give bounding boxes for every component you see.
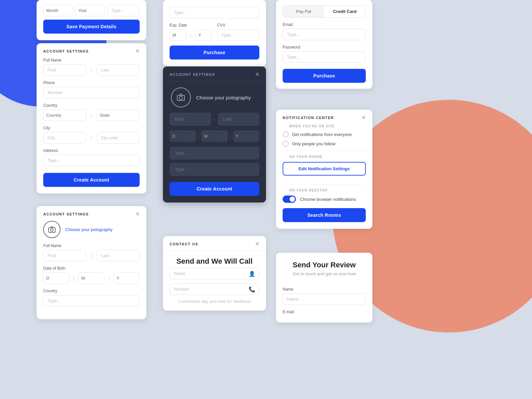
last-name-input-2[interactable] [97,250,140,261]
chrome-toggle[interactable] [283,196,296,203]
cvv-input[interactable] [217,29,259,41]
create-account-dark-button[interactable]: Create Account [170,182,259,196]
photo-label-dark: Choose your potography [196,95,251,100]
day-select-2[interactable]: D [43,272,69,284]
exp-date-label: Exp. Date [170,23,212,28]
photo-picker-2[interactable]: Choose your potography [37,221,146,238]
first-name-input[interactable] [43,64,86,76]
card-type-input[interactable] [107,5,140,16]
account-settings-dark-close[interactable]: ✕ [255,72,259,77]
contact-number-input[interactable] [170,283,259,295]
account-settings-white-card: ACCOUNT SETTINGS ✕ Full Name | Phone Cou… [37,43,146,194]
photo-picker-dark[interactable]: Choose your potography [163,81,266,113]
country-type-input[interactable] [43,295,140,307]
purchase-button-right[interactable]: Purchase [283,69,366,83]
review-name-label: Name [283,287,366,292]
svg-point-1 [51,229,53,231]
contact-name-input[interactable] [170,268,259,279]
notification-center-card: NOTIFICATION CENTER ✕ WHEN YOU'RE ON SIT… [276,110,372,229]
city-label: City [43,126,140,130]
radio-follow[interactable]: Only people you follow [283,141,366,147]
radio-circle-1 [283,131,289,137]
review-email-label: E-mail [283,310,366,314]
on-desktop-label: ON YOUR DESCTOP [283,189,366,192]
dark-day-select[interactable]: D [170,130,196,142]
account-settings-white2-card: ACCOUNT SETTINGS ✕ Choose your potograph… [37,206,146,319]
name-sep-2: | [91,250,92,261]
dark-last-name[interactable] [218,113,259,126]
exp-year-select[interactable]: Y [195,29,212,41]
state-select[interactable]: State [97,109,140,121]
account-settings-title: ACCOUNT SETTINGS [43,49,89,53]
contact-heading: Send and We Will Call [170,257,259,266]
account-settings-close[interactable]: ✕ [135,49,140,54]
create-account-button-1[interactable]: Create Account [43,173,140,187]
radio-circle-2 [283,141,289,147]
paypal-tab[interactable]: Pay Pal [283,6,324,17]
zip-input[interactable] [97,132,140,144]
city-input[interactable] [43,132,86,144]
dark-month-select[interactable]: M [201,130,227,142]
on-phone-label: ON YOUR PHONE [283,155,366,159]
last-name-input[interactable] [97,64,140,76]
first-name-input-2[interactable] [43,250,86,261]
country-label-2: Country [43,289,140,293]
radio-label-2: Only people you follow [292,141,335,146]
account-settings2-close[interactable]: ✕ [135,211,140,217]
dark-first-name[interactable] [170,113,211,126]
phone-icon: 📞 [249,286,255,292]
address-input[interactable] [43,155,140,166]
person-icon: 👤 [249,270,255,277]
dark-type-input-1[interactable] [170,147,259,160]
year-select-2[interactable]: Y [114,272,140,284]
payment-partial-card: Month Year Save Payment Details [37,0,146,40]
edit-notification-button[interactable]: Edit Notification Settings [283,162,366,176]
save-payment-button[interactable]: Save Payment Details [43,20,140,34]
full-name-label-2: Full Name [43,243,140,248]
contact-us-close[interactable]: ✕ [255,241,259,247]
email-label-right: Email [283,22,366,27]
payment-center-card: Exp. Date M | Y CVV Purchase [163,0,266,66]
password-label-right: Password [283,45,366,50]
country-label: Country [43,103,140,108]
card-number-input[interactable] [170,7,259,18]
city-separator: | [91,132,92,144]
dark-type-input-2[interactable] [170,163,259,176]
svg-point-3 [179,96,183,100]
address-label: Address [43,148,140,153]
dob-label: Date of Birth [43,266,140,271]
radio-everyone[interactable]: Get notifications from everyone [283,131,366,137]
review-subtitle: Get in touch and get us now how [283,271,366,276]
chrome-label: Chrome browser notifications [300,197,356,202]
on-site-label: WHEN YOU'RE ON SITE [283,124,366,128]
cvv-label: CVV [217,23,259,28]
phone-input[interactable] [43,87,140,98]
dark-year-select[interactable]: Y [233,130,259,142]
radio-label-1: Get notifications from everyone [292,132,352,137]
review-heading: Send Your Review [283,261,366,269]
photo-label-2: Choose your potography [65,227,112,232]
camera-icon-2 [43,221,61,238]
credit-card-tab[interactable]: Credit Card [324,6,365,17]
notification-close[interactable]: ✕ [361,115,366,120]
account-settings-dark-title: ACCOUNT SETTINGS [170,72,215,76]
contact-us-title: CONTACT US [170,242,198,246]
password-input-right[interactable] [283,51,366,63]
phone-label: Phone [43,80,140,85]
account-settings-dark-card: ACCOUNT SETTINGS ✕ Choose your potograph… [163,66,266,202]
purchase-button-center[interactable]: Purchase [170,46,259,60]
full-name-label: Full Name [43,58,140,63]
exp-month-select[interactable]: M [170,29,186,41]
month-select[interactable]: Month [43,5,73,16]
country-select[interactable]: Country [43,109,86,121]
payment-right-card: Pay Pal Credit Card Email Password Purch… [276,0,372,89]
month-select-2[interactable]: M [78,272,104,284]
review-name-input[interactable] [283,293,366,305]
notification-title: NOTIFICATION CENTER [283,116,334,120]
year-select[interactable]: Year [75,5,105,16]
email-input-right[interactable] [283,29,366,40]
name-separator: | [91,64,92,76]
search-rooms-button[interactable]: Search Rooms [283,208,366,222]
country-separator: | [91,109,92,121]
convenient-text: Convenient day and time for feedback [170,299,259,304]
